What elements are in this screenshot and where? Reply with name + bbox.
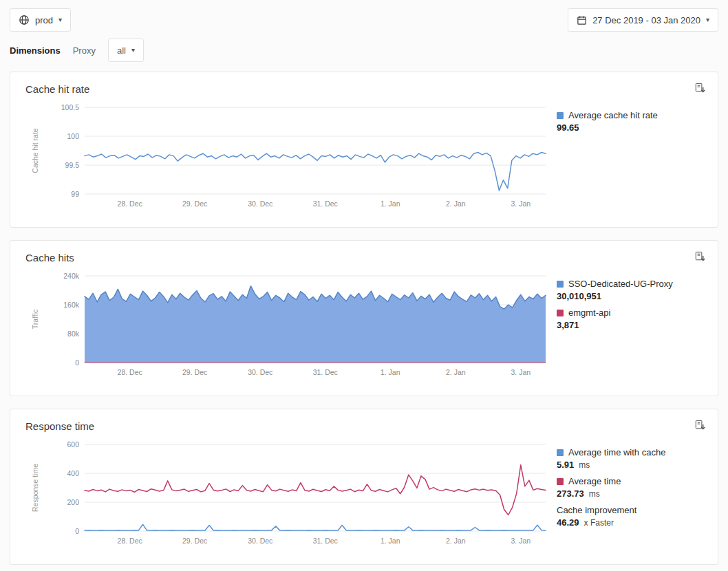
legend-label: Average time	[568, 476, 621, 486]
export-report-button[interactable]	[694, 250, 707, 263]
svg-text:28. Dec: 28. Dec	[118, 200, 142, 208]
legend-label: emgmt-api	[568, 308, 610, 318]
svg-text:3. Jan: 3. Jan	[511, 368, 531, 376]
dimensions-bar: Dimensions Proxy all ▾	[0, 32, 728, 72]
svg-text:30. Dec: 30. Dec	[248, 368, 272, 376]
card-response-time: Response time 6004002000Response time28.…	[10, 409, 718, 565]
legend-item[interactable]: Average time with cache	[557, 447, 694, 457]
legend-swatch	[557, 310, 564, 316]
svg-text:30. Dec: 30. Dec	[248, 200, 272, 208]
date-range-label: 27 Dec 2019 - 03 Jan 2020	[592, 15, 700, 25]
svg-text:Response time: Response time	[31, 464, 39, 512]
svg-text:100: 100	[67, 132, 79, 140]
export-report-icon	[694, 82, 707, 95]
svg-text:Traffic: Traffic	[31, 310, 39, 330]
legend-swatch	[557, 449, 564, 456]
dimensions-title: Dimensions	[10, 45, 61, 56]
card-cache-hit-rate: Cache hit rate 100.510099.599Cache hit r…	[10, 72, 718, 228]
svg-text:1. Jan: 1. Jan	[381, 368, 400, 376]
svg-text:3. Jan: 3. Jan	[511, 537, 531, 545]
svg-text:29. Dec: 29. Dec	[182, 368, 207, 376]
environment-selector[interactable]: prod ▾	[10, 8, 71, 32]
top-toolbar: prod ▾ 27 Dec 2019 - 03 Jan 2020 ▾	[0, 0, 728, 32]
legend-value: 3,871	[557, 320, 694, 330]
svg-text:80k: 80k	[67, 330, 80, 338]
svg-text:31. Dec: 31. Dec	[313, 368, 338, 376]
svg-text:31. Dec: 31. Dec	[313, 200, 338, 208]
legend-item[interactable]: emgmt-api	[557, 308, 694, 318]
legend-value: 5.91ms	[557, 460, 694, 470]
legend-label: Average time with cache	[568, 447, 665, 457]
legend-item[interactable]: SSO-Dedicated-UG-Proxy	[557, 279, 694, 289]
legend: Average cache hit rate 99.65	[557, 100, 694, 219]
cache-hit-rate-chart: 100.510099.599Cache hit rate28. Dec29. D…	[25, 100, 557, 219]
legend-label: Cache improvement	[557, 505, 636, 515]
response-time-chart: 6004002000Response time28. Dec29. Dec30.…	[25, 438, 557, 556]
svg-text:0: 0	[75, 527, 79, 535]
svg-text:28. Dec: 28. Dec	[118, 368, 142, 376]
calendar-icon	[577, 15, 587, 25]
card-title: Cache hit rate	[25, 83, 703, 95]
svg-text:400: 400	[67, 469, 79, 477]
legend-swatch	[557, 281, 564, 288]
export-report-button[interactable]	[694, 82, 707, 95]
svg-text:3. Jan: 3. Jan	[511, 200, 531, 208]
legend-item: Cache improvement	[557, 505, 694, 515]
analytics-dashboard: { "toolbar": { "env_label": "prod", "dat…	[0, 0, 728, 571]
svg-text:1. Jan: 1. Jan	[381, 537, 400, 545]
caret-down-icon: ▾	[706, 17, 709, 23]
globe-icon	[19, 14, 30, 25]
card-cache-hits: Cache hits 240k160k80k0Traffic28. Dec29.…	[10, 240, 718, 396]
legend-label: Average cache hit rate	[568, 110, 658, 120]
dimension-select[interactable]: all ▾	[108, 39, 144, 62]
dimension-name: Proxy	[73, 45, 96, 56]
date-range-picker[interactable]: 27 Dec 2019 - 03 Jan 2020 ▾	[568, 8, 718, 32]
card-title: Cache hits	[25, 252, 703, 263]
export-report-icon	[694, 419, 707, 432]
legend: Average time with cache 5.91ms Average t…	[557, 438, 694, 556]
svg-text:28. Dec: 28. Dec	[118, 537, 142, 545]
legend-item[interactable]: Average cache hit rate	[557, 110, 694, 120]
dimension-value: all	[117, 45, 126, 56]
card-title: Response time	[25, 420, 703, 432]
legend-swatch	[557, 478, 564, 485]
svg-text:31. Dec: 31. Dec	[313, 537, 338, 545]
caret-down-icon: ▾	[131, 47, 135, 54]
svg-text:600: 600	[67, 440, 79, 449]
svg-text:100.5: 100.5	[61, 103, 79, 111]
svg-text:99: 99	[71, 190, 79, 198]
svg-text:99.5: 99.5	[65, 161, 80, 169]
svg-text:2. Jan: 2. Jan	[446, 537, 466, 545]
svg-text:30. Dec: 30. Dec	[248, 537, 272, 545]
export-report-icon	[694, 250, 707, 263]
svg-text:1. Jan: 1. Jan	[381, 200, 400, 208]
legend-item[interactable]: Average time	[557, 476, 694, 486]
svg-text:29. Dec: 29. Dec	[182, 200, 207, 208]
svg-text:2. Jan: 2. Jan	[446, 200, 466, 208]
cache-hits-chart: 240k160k80k0Traffic28. Dec29. Dec30. Dec…	[25, 269, 557, 387]
svg-text:200: 200	[67, 498, 79, 506]
legend-value: 30,010,951	[557, 291, 694, 301]
legend-swatch	[557, 112, 564, 119]
svg-text:0: 0	[75, 358, 79, 367]
caret-down-icon: ▾	[58, 17, 62, 23]
svg-text:2. Jan: 2. Jan	[446, 368, 466, 376]
legend: SSO-Dedicated-UG-Proxy 30,010,951 emgmt-…	[557, 269, 694, 387]
svg-text:Cache hit rate: Cache hit rate	[31, 128, 39, 173]
legend-value: 46.29x Faster	[557, 517, 694, 528]
svg-text:29. Dec: 29. Dec	[182, 537, 207, 545]
svg-text:160k: 160k	[63, 301, 80, 309]
export-report-button[interactable]	[694, 419, 707, 432]
legend-label: SSO-Dedicated-UG-Proxy	[568, 279, 673, 289]
legend-value: 273.73ms	[557, 488, 694, 499]
svg-text:240k: 240k	[63, 272, 80, 280]
environment-label: prod	[35, 15, 53, 25]
legend-value: 99.65	[557, 122, 694, 133]
